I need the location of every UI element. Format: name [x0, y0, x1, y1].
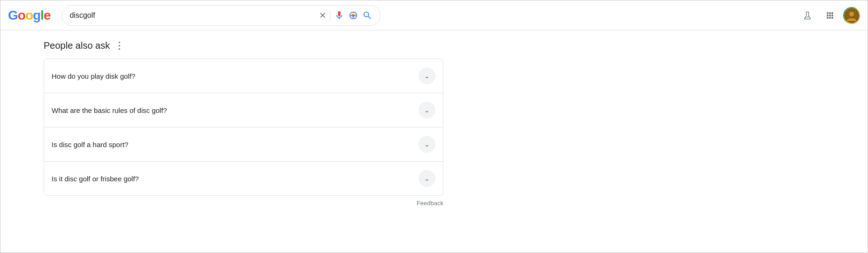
- svg-point-3: [807, 16, 809, 18]
- paa-list: How do you play disk golf? ⌄ What are th…: [44, 59, 443, 196]
- chevron-down-icon: ⌄: [424, 106, 430, 114]
- paa-item[interactable]: How do you play disk golf? ⌄: [44, 59, 443, 93]
- google-logo[interactable]: Google: [8, 8, 50, 23]
- expand-button-3[interactable]: ⌄: [419, 170, 435, 187]
- clear-icon[interactable]: ✕: [319, 10, 326, 21]
- header-right: [798, 6, 860, 25]
- paa-item[interactable]: Is it disc golf or frisbee golf? ⌄: [44, 162, 443, 195]
- search-input[interactable]: discgolf: [69, 11, 315, 20]
- chevron-down-icon: ⌄: [424, 175, 430, 182]
- chevron-down-icon: ⌄: [424, 72, 430, 80]
- avatar-image: [844, 8, 859, 23]
- labs-icon[interactable]: [798, 6, 817, 25]
- paa-item[interactable]: Is disc golf a hard sport? ⌄: [44, 127, 443, 162]
- paa-question: Is disc golf a hard sport?: [52, 141, 128, 149]
- chevron-down-icon: ⌄: [424, 141, 430, 148]
- paa-item[interactable]: What are the basic rules of disc golf? ⌄: [44, 93, 443, 127]
- svg-point-5: [849, 12, 854, 16]
- feedback-row: Feedback: [44, 196, 443, 208]
- apps-icon[interactable]: [821, 6, 839, 25]
- image-search-button[interactable]: [348, 10, 358, 21]
- paa-header: People also ask ⋮: [44, 40, 824, 51]
- voice-search-button[interactable]: [334, 10, 344, 21]
- paa-title: People also ask: [44, 40, 110, 51]
- avatar[interactable]: [843, 7, 860, 24]
- expand-button-0[interactable]: ⌄: [419, 67, 435, 84]
- paa-question: How do you play disk golf?: [52, 72, 135, 80]
- search-bar[interactable]: discgolf ✕: [61, 5, 381, 26]
- paa-question: What are the basic rules of disc golf?: [52, 106, 167, 114]
- header: Google discgolf ✕: [0, 0, 868, 30]
- svg-point-2: [806, 17, 807, 18]
- paa-question: Is it disc golf or frisbee golf?: [52, 175, 139, 183]
- expand-button-1[interactable]: ⌄: [419, 102, 435, 119]
- feedback-link[interactable]: Feedback: [417, 200, 443, 207]
- search-button[interactable]: [362, 10, 373, 21]
- search-divider: [330, 10, 330, 21]
- expand-button-2[interactable]: ⌄: [419, 136, 435, 153]
- paa-menu-icon[interactable]: ⋮: [114, 40, 125, 51]
- main-content: People also ask ⋮ How do you play disk g…: [0, 30, 868, 218]
